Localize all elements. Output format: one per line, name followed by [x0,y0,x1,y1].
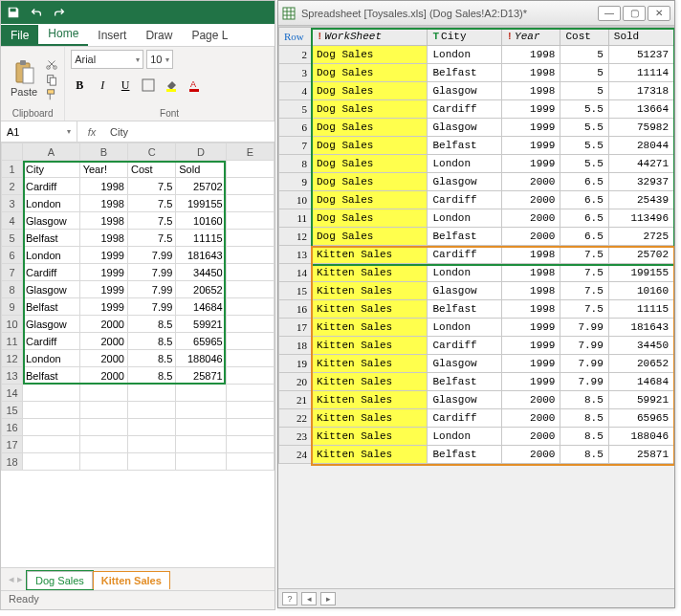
col-city[interactable]: TCity [428,28,501,46]
row-header[interactable]: 16 [2,419,23,436]
cell[interactable]: City [23,161,80,178]
fill-color-button[interactable] [163,77,180,94]
cell[interactable]: 1999 [79,281,127,298]
cell[interactable] [176,385,226,402]
cell[interactable] [79,402,127,419]
table-row[interactable]: 15Kitten SalesGlasgow19987.510160 [279,282,674,300]
table-row[interactable]: 10Dog SalesCardiff20006.525439 [279,191,674,209]
cell[interactable]: Glasgow [23,212,80,230]
col-cost[interactable]: Cost [560,28,608,46]
underline-button[interactable]: U [117,77,134,94]
tab-page-layout[interactable]: Page L [182,25,237,46]
cell[interactable] [127,402,175,419]
tab-file[interactable]: File [1,25,38,46]
row-header[interactable]: 2 [2,178,23,195]
cell[interactable]: 8.5 [127,316,175,333]
cell[interactable]: 8.5 [127,333,175,350]
cell[interactable] [79,436,127,453]
cell[interactable]: London [23,350,80,367]
tool-grid[interactable]: Row!WorkSheetTCity!YearCostSold2Dog Sale… [278,27,674,464]
cell[interactable] [226,298,274,316]
copy-icon[interactable] [45,73,58,86]
sheet-nav-arrows[interactable]: ◂ ▸ [5,573,27,585]
help-button[interactable]: ? [282,592,297,605]
row-header[interactable]: 5 [2,230,23,247]
cell[interactable]: 8.5 [127,367,175,385]
table-row[interactable]: 11Dog SalesLondon20006.5113496 [279,209,674,228]
cut-icon[interactable] [45,57,58,71]
cell[interactable] [226,350,274,367]
undo-icon[interactable] [30,6,43,19]
tab-home[interactable]: Home [38,23,88,46]
table-row[interactable]: 16Kitten SalesBelfast19987.511115 [279,300,674,319]
table-row[interactable]: 17Kitten SalesLondon19997.99181643 [279,319,674,337]
cell[interactable] [226,195,274,212]
spreadsheet-grid[interactable]: ABCDE1CityYear!CostSold2Cardiff19987.525… [1,143,275,471]
cell[interactable]: 7.5 [127,212,175,230]
cell[interactable]: 181643 [176,247,226,264]
cell[interactable] [226,178,274,195]
cell[interactable] [226,247,274,264]
table-row[interactable]: 8Dog SalesLondon19995.544271 [279,155,674,173]
row-header[interactable]: 7 [2,264,23,281]
cell[interactable] [23,402,80,419]
formula-input[interactable]: City [106,126,275,138]
row-header[interactable]: 15 [2,402,23,419]
bold-button[interactable]: B [71,77,88,94]
cell[interactable] [226,367,274,385]
borders-button[interactable] [140,77,157,94]
cell[interactable]: 11115 [176,230,226,247]
format-painter-icon[interactable] [45,88,58,101]
cell[interactable]: 20652 [176,281,226,298]
cell[interactable] [23,419,80,436]
cell[interactable] [226,212,274,230]
row-header[interactable]: 8 [2,281,23,298]
font-color-button[interactable]: A [186,77,203,94]
cell[interactable]: 2000 [79,367,127,385]
redo-icon[interactable] [53,6,66,19]
nav-right-button[interactable]: ▸ [320,592,336,605]
row-header[interactable]: 1 [2,161,23,178]
cell[interactable]: Belfast [23,230,80,247]
table-row[interactable]: 13Kitten SalesCardiff19987.525702 [279,246,674,264]
table-row[interactable]: 22Kitten SalesCardiff20008.565965 [279,409,674,428]
cell[interactable] [23,436,80,453]
table-row[interactable]: 2Dog SalesLondon1998551237 [279,46,674,64]
cell[interactable]: 1998 [79,178,127,195]
cell[interactable]: 7.99 [127,281,175,298]
row-header[interactable]: 10 [2,316,23,333]
row-header[interactable]: 18 [2,453,23,471]
table-row[interactable]: 14Kitten SalesLondon19987.5199155 [279,264,674,282]
cell[interactable]: 1999 [79,264,127,281]
cell[interactable] [23,385,80,402]
italic-button[interactable]: I [94,77,111,94]
font-name-select[interactable]: Arial ▾ [71,50,143,69]
paste-button[interactable]: Paste [7,57,41,99]
row-header[interactable]: 11 [2,333,23,350]
column-header[interactable]: C [127,143,175,161]
cell[interactable]: Glasgow [23,281,80,298]
cell[interactable]: 14684 [176,298,226,316]
column-header[interactable]: A [23,143,80,161]
table-row[interactable]: 19Kitten SalesGlasgow19997.9920652 [279,355,674,373]
column-header[interactable]: D [176,143,226,161]
cell[interactable]: 25871 [176,367,226,385]
cell[interactable]: Belfast [23,298,80,316]
cell[interactable] [79,453,127,471]
cell[interactable]: 59921 [176,316,226,333]
cell[interactable]: London [23,195,80,212]
cell[interactable]: 1999 [79,298,127,316]
table-row[interactable]: 23Kitten SalesLondon20008.5188046 [279,428,674,446]
cell[interactable]: 1998 [79,212,127,230]
row-header[interactable]: 3 [2,195,23,212]
col-worksheet[interactable]: !WorkSheet [312,28,428,46]
cell[interactable]: Cardiff [23,264,80,281]
cell[interactable] [226,161,274,178]
row-header[interactable]: 6 [2,247,23,264]
nav-left-button[interactable]: ◂ [301,592,317,605]
cell[interactable]: Belfast [23,367,80,385]
row-header[interactable]: 12 [2,350,23,367]
cell[interactable]: 188046 [176,350,226,367]
save-icon[interactable] [7,6,20,19]
row-header[interactable]: 4 [2,212,23,230]
